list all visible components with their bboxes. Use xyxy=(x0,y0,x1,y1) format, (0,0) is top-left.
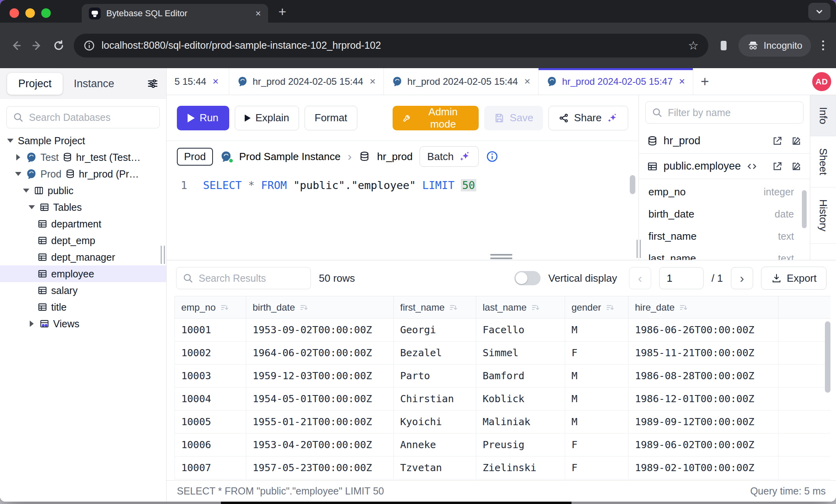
minimize-window-button[interactable] xyxy=(25,8,35,18)
close-tab-icon[interactable]: × xyxy=(213,75,219,88)
table-cell[interactable]: F xyxy=(565,342,629,365)
tab-instance[interactable]: Instance xyxy=(63,73,125,95)
table-cell[interactable]: Bamford xyxy=(476,365,565,388)
table-cell[interactable]: Chirstian xyxy=(394,388,476,410)
sort-icon[interactable] xyxy=(299,303,309,312)
close-tab-icon[interactable]: × xyxy=(370,75,376,88)
table-cell[interactable]: 1964-06-02T00:00:00Z xyxy=(246,342,394,365)
reload-button[interactable] xyxy=(52,39,65,52)
export-button[interactable]: Export xyxy=(761,267,826,290)
table-cell[interactable]: Parto xyxy=(394,365,476,388)
browser-menu-button[interactable] xyxy=(820,40,826,50)
filter-settings-icon[interactable] xyxy=(146,77,159,90)
results-resize-handle[interactable] xyxy=(490,254,512,259)
admin-mode-button[interactable]: Admin mode xyxy=(393,106,479,130)
caret-right-icon[interactable] xyxy=(28,321,36,327)
tree-item-employee[interactable]: employee xyxy=(0,265,166,282)
external-link-icon[interactable] xyxy=(772,161,783,172)
table-row[interactable]: 100061953-04-20T00:00:00ZAnnekePreusigF1… xyxy=(175,433,831,456)
side-tab-info[interactable]: Info xyxy=(810,95,836,136)
column-header-hire_date[interactable]: hire_date xyxy=(629,296,778,319)
table-row[interactable]: 100041954-05-01T00:00:00ZChirstianKoblic… xyxy=(175,388,831,410)
caret-down-icon[interactable] xyxy=(28,205,36,209)
instance-name[interactable]: Prod Sample Instance xyxy=(239,151,341,163)
page-number-input[interactable] xyxy=(659,267,704,289)
search-databases-input[interactable] xyxy=(6,106,160,128)
column-row-first_name[interactable]: first_nametext xyxy=(639,225,810,247)
explain-button[interactable]: Explain xyxy=(235,106,299,130)
filter-by-name-input[interactable] xyxy=(645,101,803,124)
tree-item-sample-project[interactable]: Sample Project xyxy=(0,132,166,149)
column-header-gender[interactable]: gender xyxy=(565,296,629,319)
tree-item-views[interactable]: Views xyxy=(0,315,166,332)
new-query-tab-button[interactable]: + xyxy=(693,68,716,95)
edit-icon[interactable] xyxy=(791,136,802,147)
table-cell[interactable]: 1955-01-21T00:00:00Z xyxy=(246,410,394,433)
tree-item-tables[interactable]: Tables xyxy=(0,199,166,216)
table-cell[interactable]: M xyxy=(565,319,629,342)
info-icon[interactable] xyxy=(486,150,499,163)
next-page-button[interactable]: › xyxy=(731,267,753,289)
column-row-emp_no[interactable]: emp_nointeger xyxy=(639,181,810,203)
table-cell[interactable]: 1986-06-26T00:00:00Z xyxy=(629,319,778,342)
sort-icon[interactable] xyxy=(531,303,540,312)
table-cell[interactable]: 10002 xyxy=(175,342,246,365)
table-cell[interactable]: Anneke xyxy=(394,433,476,456)
column-header-first_name[interactable]: first_name xyxy=(394,296,476,319)
batch-button[interactable]: Batch xyxy=(420,146,479,167)
url-bar[interactable]: localhost:8080/sql-editor/prod-sample-in… xyxy=(74,34,708,57)
table-cell[interactable]: 1959-12-03T00:00:00Z xyxy=(246,365,394,388)
table-cell[interactable]: Tzvetan xyxy=(394,456,476,479)
editor-scrollbar[interactable] xyxy=(630,175,635,194)
table-cell[interactable]: 1953-04-20T00:00:00Z xyxy=(246,433,394,456)
editor-tab[interactable]: hr_prod 2024-02-05 15:44× xyxy=(384,68,539,95)
tree-item-dept_emp[interactable]: dept_emp xyxy=(0,232,166,249)
code-icon[interactable] xyxy=(746,161,757,172)
table-cell[interactable]: Bezalel xyxy=(394,342,476,365)
column-row-birth_date[interactable]: birth_datedate xyxy=(639,203,810,225)
table-row[interactable]: 100011953-09-02T00:00:00ZGeorgiFacelloM1… xyxy=(175,319,831,342)
bookmark-star-icon[interactable]: ☆ xyxy=(688,38,699,52)
table-cell[interactable]: F xyxy=(565,456,629,479)
table-cell[interactable]: 1989-02-10T00:00:00Z xyxy=(629,456,778,479)
sql-editor[interactable]: 1 SELECT * FROM "public"."employee" LIMI… xyxy=(167,172,639,260)
share-button[interactable]: Share xyxy=(548,106,628,130)
tab-project[interactable]: Project xyxy=(7,73,63,95)
database-name[interactable]: hr_prod xyxy=(377,151,413,163)
tree-item-hr_test-test-[interactable]: Testhr_test (Test… xyxy=(0,149,166,166)
caret-right-icon[interactable] xyxy=(14,154,22,160)
side-panel-icon[interactable] xyxy=(717,39,730,52)
table-cell[interactable]: 10001 xyxy=(175,319,246,342)
sort-icon[interactable] xyxy=(220,303,229,312)
new-browser-tab-button[interactable]: + xyxy=(278,5,286,18)
table-cell[interactable]: Kyoichi xyxy=(394,410,476,433)
table-cell[interactable]: Zielinski xyxy=(476,456,565,479)
format-button[interactable]: Format xyxy=(305,106,357,130)
table-cell[interactable]: 10004 xyxy=(175,388,246,410)
tab-search-button[interactable] xyxy=(808,3,830,20)
external-link-icon[interactable] xyxy=(772,136,783,147)
table-cell[interactable]: Preusig xyxy=(476,433,565,456)
back-button[interactable] xyxy=(10,39,22,52)
table-cell[interactable]: 1953-09-02T00:00:00Z xyxy=(246,319,394,342)
browser-tab[interactable]: Bytebase SQL Editor × xyxy=(82,4,268,23)
side-tab-history[interactable]: History xyxy=(810,187,836,244)
tree-item-public[interactable]: public xyxy=(0,182,166,199)
tree-item-dept_manager[interactable]: dept_manager xyxy=(0,249,166,265)
table-cell[interactable]: 1986-12-01T00:00:00Z xyxy=(629,388,778,410)
sidebar-resize-handle[interactable] xyxy=(161,246,165,264)
close-tab-icon[interactable]: × xyxy=(524,75,530,88)
table-cell[interactable]: 1954-05-01T00:00:00Z xyxy=(246,388,394,410)
side-tab-sheet[interactable]: Sheet xyxy=(810,136,836,187)
table-cell[interactable]: 10007 xyxy=(175,456,246,479)
forward-button[interactable] xyxy=(31,39,44,52)
table-cell[interactable]: Koblick xyxy=(476,388,565,410)
table-cell[interactable]: Georgi xyxy=(394,319,476,342)
vertical-display-toggle[interactable] xyxy=(514,271,541,285)
search-results-input[interactable] xyxy=(176,267,311,289)
tree-item-hr_prod-pr-[interactable]: Prodhr_prod (Pr… xyxy=(0,166,166,182)
sort-icon[interactable] xyxy=(449,303,458,312)
editor-tab-active[interactable]: hr_prod 2024-02-05 15:47× xyxy=(539,68,693,95)
table-row[interactable]: 100071957-05-23T00:00:00ZTzvetanZielinsk… xyxy=(175,456,831,479)
caret-down-icon[interactable] xyxy=(22,189,30,193)
